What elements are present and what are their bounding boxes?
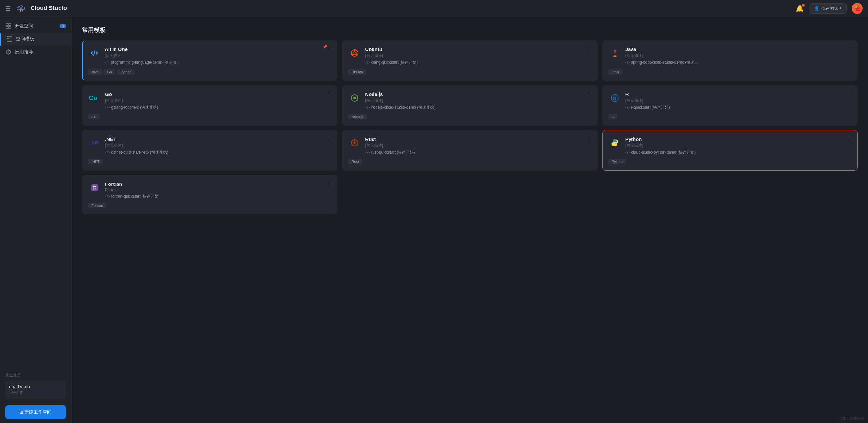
header-left: ☰ Cloud Studio <box>5 3 67 14</box>
content-area: 常用模板 ··· 📌 All in One [暂无描述] </> program… <box>71 17 868 423</box>
card-icon <box>609 47 621 60</box>
grid-icon <box>5 23 12 29</box>
card-header: Rust [暂无描述] </> rust-quickstart (快速开始) <box>348 136 591 155</box>
template-card-dotnet[interactable]: ··· .NET [暂无描述] </> dotnet-quickstart-ne… <box>82 130 337 171</box>
sidebar-item-app-recommend[interactable]: 应用推荐 <box>0 46 71 59</box>
template-card-fortran[interactable]: ··· F Fortran Fortran </> fortran-quicks… <box>82 175 337 214</box>
card-repo: </> rust-quickstart (快速开始) <box>365 150 591 155</box>
card-repo: </> cloud-studio-python-demo (快速开始) <box>625 150 851 155</box>
card-tag[interactable]: Python <box>609 159 626 164</box>
card-title: Ubuntu <box>365 47 591 52</box>
template-card-nodejs[interactable]: ··· Node.js [暂无描述] </> nodejs-cloud-stud… <box>342 85 597 126</box>
card-menu-button[interactable]: ··· <box>587 89 593 96</box>
card-tags: Ubuntu <box>348 69 591 74</box>
svg-point-19 <box>354 142 355 144</box>
avatar[interactable]: 🍓 <box>852 3 863 14</box>
svg-point-22 <box>615 145 616 146</box>
card-menu-button[interactable]: ··· <box>327 44 334 51</box>
template-card-go[interactable]: ··· Go Go [暂无描述] </> golang-todomvc (快速开… <box>82 85 337 126</box>
avatar-image: 🍓 <box>854 5 861 11</box>
sidebar-item-dev-space[interactable]: 开发空间 3 <box>0 20 71 33</box>
card-desc: Fortran <box>105 188 331 192</box>
person-plus-icon: 👤 <box>814 6 819 11</box>
card-menu-button[interactable]: ··· <box>327 179 334 186</box>
create-team-button[interactable]: 👤 创建团队 + <box>809 3 846 14</box>
svg-point-13 <box>353 97 356 99</box>
code-bracket-icon: </> <box>105 61 109 64</box>
card-tags: JavaGoPython <box>88 69 331 74</box>
card-tag[interactable]: Fortran <box>88 203 106 208</box>
template-card-python[interactable]: ··· Python [暂无描述] </> cloud-studio-pytho… <box>602 130 858 171</box>
card-tag[interactable]: Rust <box>348 159 362 164</box>
card-desc: [暂无描述] <box>105 98 331 103</box>
card-repo-text: golang-todomvc (快速开始) <box>111 105 158 110</box>
footer-credit: CSDN @Sheff66 <box>839 417 864 420</box>
card-tag[interactable]: R <box>609 114 618 119</box>
template-card-r[interactable]: ··· R R [暂无描述] </> r-quickstart (快速开始) R <box>602 85 858 126</box>
card-header: Node.js [暂无描述] </> nodejs-cloud-studio-d… <box>348 91 591 110</box>
card-tag[interactable]: Java <box>609 69 622 74</box>
card-icon: F <box>88 181 101 194</box>
card-tag[interactable]: Java <box>88 69 102 74</box>
card-repo-text: programming-language-demo (演示项... <box>111 60 179 65</box>
template-card-rust[interactable]: ··· Rust [暂无描述] </> rust-quickstart (快速开… <box>342 130 597 171</box>
card-repo: </> spring-boot-cloud-studio-demo (快速... <box>625 60 851 65</box>
template-card-ubuntu[interactable]: ··· Ubuntu [暂无描述] </> clang-quickstart (… <box>342 40 597 81</box>
card-menu-button[interactable]: ··· <box>327 134 334 141</box>
card-menu-button[interactable]: ··· <box>587 134 593 141</box>
menu-icon[interactable]: ☰ <box>5 5 11 12</box>
code-bracket-icon: </> <box>625 106 630 109</box>
card-header: All in One [暂无描述] </> programming-langua… <box>88 47 331 65</box>
svg-rect-2 <box>9 24 11 26</box>
card-tag[interactable]: Python <box>117 69 135 74</box>
card-menu-button[interactable]: ··· <box>847 44 854 51</box>
svg-point-20 <box>354 139 355 141</box>
card-tag[interactable]: Go <box>88 114 99 119</box>
card-tag[interactable]: Node.js <box>348 114 367 119</box>
card-repo-text: nodejs-cloud-studio-demo (快速开始) <box>371 105 435 110</box>
card-icon: R <box>609 91 621 104</box>
svg-text:F: F <box>93 185 96 191</box>
card-icon <box>609 136 621 149</box>
card-desc: [暂无描述] <box>105 53 331 59</box>
new-workspace-button[interactable]: ⊞ 新建工作空间 <box>5 405 66 419</box>
card-repo: </> dotnet-quickstart-net6 (快速开始) <box>105 150 331 155</box>
card-title: Go <box>105 91 331 97</box>
template-card-java[interactable]: ··· Java [暂无描述] </> spring-boot-cloud-st… <box>602 40 858 81</box>
card-menu-button[interactable]: ··· <box>847 134 854 141</box>
card-tags: .NET <box>88 159 331 164</box>
logo-icon <box>16 3 26 14</box>
cube-icon <box>5 49 12 55</box>
svg-point-8 <box>354 50 355 52</box>
card-tag[interactable]: Go <box>104 69 115 74</box>
templates-grid: ··· 📌 All in One [暂无描述] </> programming-… <box>82 40 858 214</box>
card-title: .NET <box>105 136 331 142</box>
card-tag[interactable]: .NET <box>88 159 103 164</box>
template-card-all-in-one[interactable]: ··· 📌 All in One [暂无描述] </> programming-… <box>82 40 337 81</box>
sidebar-item-space-template[interactable]: 空间模板 <box>0 33 71 46</box>
template-icon <box>6 36 13 42</box>
card-repo-text: cloud-studio-python-demo (快速开始) <box>631 150 695 155</box>
code-bracket-icon: </> <box>365 61 370 64</box>
card-tags: Fortran <box>88 203 331 208</box>
card-title: Rust <box>365 136 591 142</box>
card-desc: [暂无描述] <box>365 53 591 59</box>
card-tags: Python <box>609 159 851 164</box>
card-desc: [暂无描述] <box>365 143 591 148</box>
card-header: R R [暂无描述] </> r-quickstart (快速开始) <box>609 91 851 110</box>
card-repo: </> r-quickstart (快速开始) <box>625 105 851 110</box>
card-tag[interactable]: Ubuntu <box>348 69 366 74</box>
card-desc: [暂无描述] <box>625 143 851 148</box>
card-repo-text: dotnet-quickstart-net6 (快速开始) <box>111 150 168 155</box>
card-tags: Go <box>88 114 331 119</box>
card-icon <box>348 91 361 104</box>
card-menu-button[interactable]: ··· <box>587 44 593 51</box>
card-header: Ubuntu [暂无描述] </> clang-quickstart (快速开始… <box>348 47 591 65</box>
card-repo: </> golang-todomvc (快速开始) <box>105 105 331 110</box>
card-menu-button[interactable]: ··· <box>847 89 854 96</box>
notification-button[interactable]: 🔔 <box>796 5 804 12</box>
recent-item-chatdemo[interactable]: chatDemo 1分钟前 <box>5 381 66 399</box>
card-title: Node.js <box>365 91 591 97</box>
svg-point-17 <box>91 144 92 145</box>
card-menu-button[interactable]: ··· <box>327 89 334 96</box>
